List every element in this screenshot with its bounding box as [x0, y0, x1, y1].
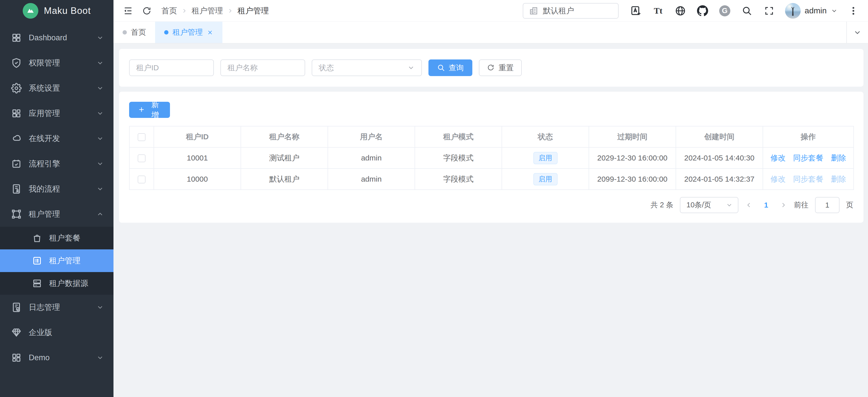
username: admin: [805, 6, 827, 15]
goto-label: 前往: [794, 200, 808, 210]
status-select[interactable]: 状态: [312, 60, 422, 76]
sidebar-subitem-label: 租户套餐: [49, 233, 81, 243]
apps-icon: [11, 108, 22, 119]
table-card: 新增 租户ID 租户名称 用户名 租户模式 状态 过期时间 创建时间: [119, 92, 864, 223]
sync-package-link: 同步套餐: [793, 174, 824, 185]
refresh-icon: [487, 64, 495, 72]
sidebar-item-enterprise[interactable]: 企业版: [0, 320, 114, 345]
cell-actions: 修改 同步套餐 删除: [763, 147, 854, 168]
sync-package-link[interactable]: 同步套餐: [793, 153, 824, 163]
delete-link: 删除: [831, 174, 846, 185]
sidebar-subitem-tenant-datasource[interactable]: 租户数据源: [0, 272, 114, 295]
sidebar-subitem-label: 租户管理: [49, 256, 81, 266]
sidebar-item-label: Demo: [29, 353, 89, 362]
sidebar-menu: Dashboard 权限管理 系统设置 应用管理 在线开发 流程引擎: [0, 22, 114, 397]
page-number[interactable]: 1: [759, 201, 773, 209]
search-icon[interactable]: [741, 5, 753, 16]
cell-create-time: 2024-01-05 14:40:30: [676, 147, 763, 168]
sidebar-item-my-workflow[interactable]: 我的流程: [0, 176, 114, 201]
gitee-icon[interactable]: G: [719, 5, 731, 16]
sidebar-item-system-settings[interactable]: 系统设置: [0, 75, 114, 101]
add-button[interactable]: 新增: [129, 102, 170, 118]
sidebar-item-tenant-management[interactable]: 租户管理: [0, 201, 114, 227]
chevron-down-icon: [96, 185, 104, 193]
sidebar-subitem-tenant-package[interactable]: 租户套餐: [0, 227, 114, 250]
logo-mountain-icon: [23, 3, 38, 19]
cell-mode: 字段模式: [415, 147, 502, 168]
fullscreen-icon[interactable]: [763, 5, 775, 16]
windows-icon: [11, 353, 22, 363]
table-row: 10000 默认租户 admin 字段模式 启用 2099-12-30 16:0…: [129, 168, 854, 190]
chevron-right-icon: [181, 7, 188, 14]
row-checkbox[interactable]: [138, 175, 146, 184]
chevron-down-icon: [96, 303, 104, 311]
tab-home[interactable]: 首页: [114, 22, 155, 43]
tab-bar: 首页 租户管理: [114, 22, 868, 43]
breadcrumb-home[interactable]: 首页: [161, 5, 177, 16]
page-size-select[interactable]: 10条/页: [680, 197, 738, 213]
header: 首页 租户管理 租户管理 默认租户 Tt G: [114, 0, 868, 22]
refresh-button[interactable]: [141, 5, 152, 16]
select-all-checkbox[interactable]: [138, 133, 146, 141]
row-checkbox[interactable]: [138, 155, 146, 162]
column-header: 用户名: [328, 126, 415, 147]
chevron-up-icon: [96, 210, 104, 218]
next-page-button[interactable]: [780, 201, 787, 209]
sidebar-subitem-tenant-management[interactable]: 租户管理: [0, 250, 114, 272]
edit-link[interactable]: 修改: [770, 153, 785, 163]
tenant-table: 租户ID 租户名称 用户名 租户模式 状态 过期时间 创建时间 操作 10001: [129, 126, 854, 190]
cloud-icon: [11, 133, 22, 144]
gear-icon: [11, 83, 22, 94]
sidebar-subitem-label: 租户数据源: [49, 278, 88, 289]
cell-create-time: 2024-01-05 14:32:37: [676, 168, 763, 190]
pagination-total: 共 2 条: [651, 200, 673, 210]
globe-icon[interactable]: [675, 5, 686, 16]
cell-expire-time: 2029-12-30 16:00:00: [589, 147, 676, 168]
tabbar-spacer: [222, 22, 846, 43]
close-icon[interactable]: [207, 29, 213, 36]
user-menu[interactable]: admin: [785, 3, 838, 19]
tab-options-button[interactable]: [846, 22, 868, 43]
column-header: 租户ID: [154, 126, 241, 147]
github-icon[interactable]: [697, 5, 708, 16]
sidebar-item-online-dev[interactable]: 在线开发: [0, 126, 114, 151]
list-icon: [32, 256, 42, 266]
search-button[interactable]: 查询: [429, 60, 472, 76]
column-header: 租户模式: [415, 126, 502, 147]
tenant-select[interactable]: 默认租户: [523, 3, 619, 19]
sidebar-item-dashboard[interactable]: Dashboard: [0, 25, 114, 51]
font-size-icon[interactable]: Tt: [652, 5, 664, 16]
sidebar-item-label: 应用管理: [29, 108, 89, 119]
tab-tenant-management[interactable]: 租户管理: [155, 22, 222, 43]
cell-actions: 修改 同步套餐 删除: [763, 168, 854, 190]
prev-page-button[interactable]: [745, 201, 752, 209]
sidebar-item-label: 系统设置: [29, 83, 89, 94]
sidebar-item-app-management[interactable]: 应用管理: [0, 101, 114, 126]
sidebar-item-demo[interactable]: Demo: [0, 345, 114, 370]
sidebar-item-label: 我的流程: [29, 184, 89, 194]
tenant-name-input[interactable]: [220, 60, 305, 76]
sidebar-item-permissions[interactable]: 权限管理: [0, 51, 114, 75]
app-title: Maku Boot: [44, 5, 91, 16]
tenant-select-value: 默认租户: [543, 5, 574, 16]
chevron-down-icon: [96, 85, 104, 92]
breadcrumb-tenant-management[interactable]: 租户管理: [192, 5, 223, 16]
chevron-down-icon: [96, 59, 104, 67]
sidebar-item-log-management[interactable]: 日志管理: [0, 295, 114, 320]
sidebar-item-workflow-engine[interactable]: 流程引擎: [0, 151, 114, 176]
sidebar-item-label: 流程引擎: [29, 159, 89, 169]
goto-page-input[interactable]: [815, 197, 839, 213]
delete-link[interactable]: 删除: [831, 153, 846, 163]
tenant-id-input[interactable]: [129, 60, 214, 76]
collapse-sidebar-button[interactable]: [123, 5, 134, 16]
reset-button[interactable]: 重置: [479, 60, 522, 76]
column-header: 过期时间: [589, 126, 676, 147]
translate-icon[interactable]: [630, 5, 642, 16]
tab-dot-icon: [164, 30, 168, 34]
cell-tenant-id: 10000: [154, 168, 241, 190]
column-header: 状态: [502, 126, 589, 147]
more-menu-icon[interactable]: [848, 5, 859, 16]
chevron-down-icon: [96, 135, 104, 142]
grid-icon: [11, 33, 22, 43]
row-select-cell: [129, 147, 154, 168]
